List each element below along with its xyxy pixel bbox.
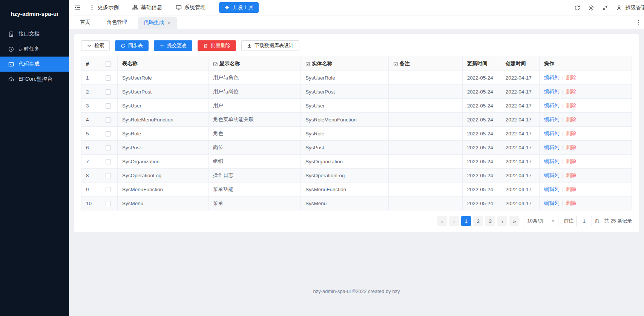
cell-display_name: 组织: [208, 155, 301, 169]
edit-columns-link[interactable]: 编辑列: [544, 130, 560, 136]
cell-entity_name: SysPost: [301, 141, 388, 155]
pagination: «‹123›» 10条/页 ▼ 前往 页 共 25 条记录: [81, 216, 632, 226]
chevron-down-button[interactable]: 检索: [81, 40, 110, 51]
topbar-actions: 超级管理员: [574, 0, 644, 15]
next-page-button[interactable]: ›: [497, 216, 507, 226]
fullscreen-icon[interactable]: [602, 5, 608, 11]
close-icon[interactable]: [167, 21, 171, 25]
cell-entity_name: SysRoleMenuFunction: [301, 113, 388, 127]
cell-table_name: SysMenu: [117, 196, 208, 210]
delete-link[interactable]: 删除: [566, 158, 576, 164]
sidebar-item-doc-search[interactable]: 接口文档: [0, 26, 69, 41]
trash-button[interactable]: 批量删除: [198, 40, 236, 51]
first-page-button[interactable]: «: [437, 216, 447, 226]
tab-2[interactable]: 代码生成: [138, 17, 177, 29]
select-all-checkbox[interactable]: [106, 61, 111, 67]
row-checkbox[interactable]: [106, 173, 111, 178]
download-button[interactable]: 下载数据库表设计: [241, 40, 299, 51]
settings-icon[interactable]: [588, 5, 594, 11]
row-actions-cell: 编辑列|删除: [539, 99, 632, 113]
sync-button[interactable]: 同步表: [115, 40, 149, 51]
caret-down-icon: ▼: [551, 219, 555, 223]
edit-columns-link[interactable]: 编辑列: [544, 144, 560, 150]
plus-button[interactable]: 提交更改: [154, 40, 192, 51]
edit-columns-link[interactable]: 编辑列: [544, 103, 560, 108]
row-select-cell: [99, 113, 117, 127]
prev-page-button[interactable]: ‹: [449, 216, 459, 226]
edit-columns-link[interactable]: 编辑列: [544, 200, 560, 206]
table-row: 4SysRoleMenuFunction角色菜单功能关联SysRoleMenuF…: [81, 113, 632, 127]
column-label: 实体名称: [312, 60, 332, 67]
delete-link[interactable]: 删除: [566, 117, 576, 122]
delete-link[interactable]: 删除: [566, 130, 576, 136]
tab-list: 首页 角色管理 代码生成: [74, 15, 177, 29]
edit-columns-link[interactable]: 编辑列: [544, 172, 560, 178]
page-button-3[interactable]: 3: [485, 216, 495, 226]
last-page-button[interactable]: »: [509, 216, 519, 226]
tab-options-icon[interactable]: [636, 15, 642, 29]
sidebar-item-clock[interactable]: 定时任务: [0, 41, 69, 57]
table-row: 1SysUserRole用户与角色SysUserRole2022-05-2420…: [81, 71, 632, 85]
edit-columns-link[interactable]: 编辑列: [544, 158, 560, 164]
edit-columns-link[interactable]: 编辑列: [544, 75, 560, 80]
column-header-table_name: 表名称: [117, 57, 208, 71]
delete-link[interactable]: 删除: [566, 144, 576, 150]
row-checkbox[interactable]: [106, 145, 111, 150]
row-checkbox[interactable]: [106, 187, 111, 192]
sidebar-item-gauge[interactable]: EFCore监控台: [0, 72, 69, 87]
nav-menu-desktop[interactable]: 系统管理: [176, 4, 205, 11]
tab-label: 代码生成: [144, 19, 164, 26]
page-button-1[interactable]: 1: [461, 216, 471, 226]
delete-link[interactable]: 删除: [566, 103, 576, 108]
username-label: 超级管理员: [625, 5, 644, 11]
goto-page-input[interactable]: [576, 216, 592, 226]
sidebar-item-code[interactable]: 代码生成: [0, 57, 69, 72]
row-checkbox[interactable]: [106, 75, 111, 81]
nav-menu-api[interactable]: 开发工具: [219, 2, 259, 13]
cell-updated_at: 2022-05-24: [462, 99, 501, 113]
delete-link[interactable]: 删除: [566, 200, 576, 206]
action-separator: |: [562, 75, 563, 80]
page-size-select[interactable]: 10条/页 ▼: [524, 216, 558, 226]
row-checkbox[interactable]: [106, 201, 111, 206]
row-checkbox[interactable]: [106, 89, 111, 95]
edit-columns-link[interactable]: 编辑列: [544, 186, 560, 192]
nav-menu-cluster[interactable]: 基础信息: [132, 4, 162, 11]
cell-updated_at: 2022-05-24: [462, 71, 501, 85]
tab-label: 角色管理: [107, 19, 127, 26]
edit-square-icon: [305, 61, 310, 66]
button-label: 下载数据库表设计: [255, 42, 294, 49]
row-checkbox[interactable]: [106, 131, 111, 137]
row-select-cell: [99, 183, 117, 196]
edit-columns-link[interactable]: 编辑列: [544, 89, 560, 94]
cell-index: 2: [81, 85, 99, 99]
column-header-created_at: 创建时间: [501, 57, 539, 71]
row-checkbox[interactable]: [106, 117, 111, 123]
delete-link[interactable]: 删除: [566, 172, 576, 178]
row-actions-cell: 编辑列|删除: [539, 85, 632, 99]
user-menu[interactable]: 超级管理员: [616, 5, 644, 11]
column-header-remark: 备注: [388, 57, 462, 71]
row-checkbox[interactable]: [106, 103, 111, 109]
codegen-card: 检索 同步表 提交更改 批量删除 下载数据库表设计 #表名称显示名称实体名称备注…: [74, 34, 639, 232]
content-area: 检索 同步表 提交更改 批量删除 下载数据库表设计 #表名称显示名称实体名称备注…: [69, 29, 644, 316]
sidebar-collapse-icon[interactable]: [75, 5, 81, 11]
row-select-cell: [99, 99, 117, 113]
nav-menu-more-dots[interactable]: 更多示例: [89, 4, 119, 11]
tab-0[interactable]: 首页: [74, 15, 96, 29]
table-row: 8SysOperationLog操作日志SysOperationLog2022-…: [81, 169, 632, 183]
row-checkbox[interactable]: [106, 159, 111, 164]
column-header-display_name: 显示名称: [208, 57, 301, 71]
delete-link[interactable]: 删除: [566, 75, 576, 80]
action-separator: |: [562, 117, 563, 122]
edit-columns-link[interactable]: 编辑列: [544, 117, 560, 122]
cell-updated_at: 2022-05-24: [462, 183, 501, 196]
cell-index: 7: [81, 155, 99, 169]
cell-updated_at: 2022-05-24: [462, 127, 501, 141]
tab-1[interactable]: 角色管理: [101, 15, 133, 29]
refresh-icon[interactable]: [574, 5, 580, 11]
page-button-2[interactable]: 2: [473, 216, 483, 226]
delete-link[interactable]: 删除: [566, 186, 576, 192]
main-layout: 更多示例 基础信息 系统管理 开发工具 超级管理员 首页 角色管理 代码生成 检…: [69, 0, 644, 316]
delete-link[interactable]: 删除: [566, 89, 576, 94]
